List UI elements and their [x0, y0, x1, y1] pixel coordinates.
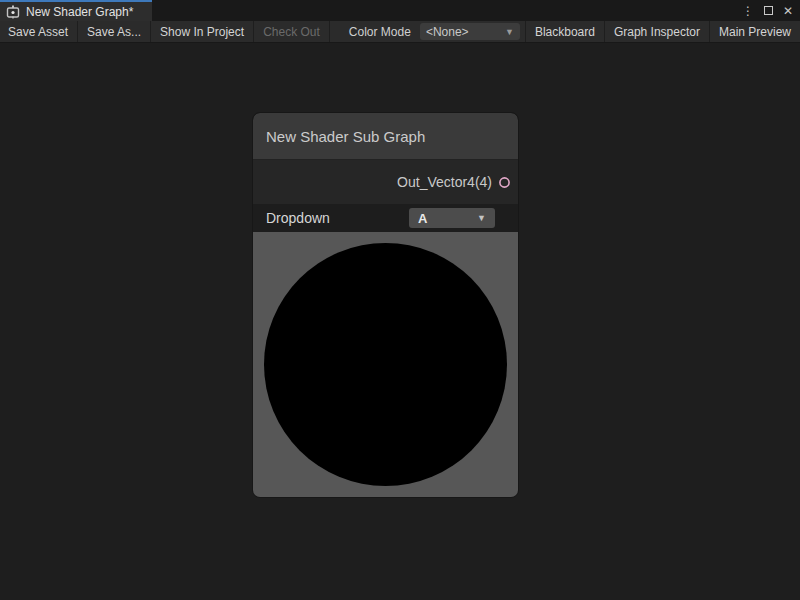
close-icon[interactable]: ✕ — [780, 3, 796, 19]
main-preview-button[interactable]: Main Preview — [709, 21, 800, 42]
tab-bar: New Shader Graph* ⋮ ✕ — [0, 0, 800, 21]
color-mode-value: <None> — [426, 25, 469, 39]
subgraph-output-node[interactable]: New Shader Sub Graph Out_Vector4(4) Drop… — [253, 113, 518, 497]
toolbar-spacer — [330, 21, 349, 42]
color-mode-label: Color Mode — [349, 25, 411, 39]
dropdown-property-label: Dropdown — [266, 210, 330, 226]
dropdown-selected-value: A — [418, 211, 427, 226]
output-port-label: Out_Vector4(4) — [397, 174, 492, 190]
node-title-bar[interactable]: New Shader Sub Graph — [253, 113, 518, 160]
color-mode-dropdown[interactable]: <None> ▼ — [420, 23, 520, 40]
dropdown-value-select[interactable]: A ▼ — [409, 208, 495, 228]
menu-icon[interactable]: ⋮ — [740, 3, 756, 19]
tab-title: New Shader Graph* — [26, 5, 133, 19]
save-as-button[interactable]: Save As... — [78, 21, 151, 42]
node-preview-area — [253, 232, 518, 497]
color-mode-group: Color Mode <None> ▼ — [349, 21, 525, 42]
save-asset-button[interactable]: Save Asset — [0, 21, 78, 42]
node-title: New Shader Sub Graph — [266, 128, 425, 145]
blackboard-button[interactable]: Blackboard — [525, 21, 604, 42]
dropdown-property-row: Dropdown A ▼ — [253, 204, 518, 232]
shader-graph-icon — [6, 5, 20, 19]
graph-inspector-button[interactable]: Graph Inspector — [604, 21, 709, 42]
check-out-button: Check Out — [254, 21, 330, 42]
maximize-glyph — [764, 6, 773, 15]
show-in-project-button[interactable]: Show In Project — [151, 21, 254, 42]
chevron-down-icon: ▼ — [477, 213, 486, 223]
output-port-row: Out_Vector4(4) — [253, 160, 518, 204]
maximize-icon[interactable] — [760, 3, 776, 19]
tab-new-shader-graph[interactable]: New Shader Graph* — [0, 0, 152, 21]
toolbar: Save Asset Save As... Show In Project Ch… — [0, 21, 800, 43]
vector4-port-icon[interactable] — [498, 176, 511, 189]
window-controls: ⋮ ✕ — [740, 0, 796, 21]
chevron-down-icon: ▼ — [505, 27, 514, 37]
preview-sphere — [264, 243, 507, 486]
